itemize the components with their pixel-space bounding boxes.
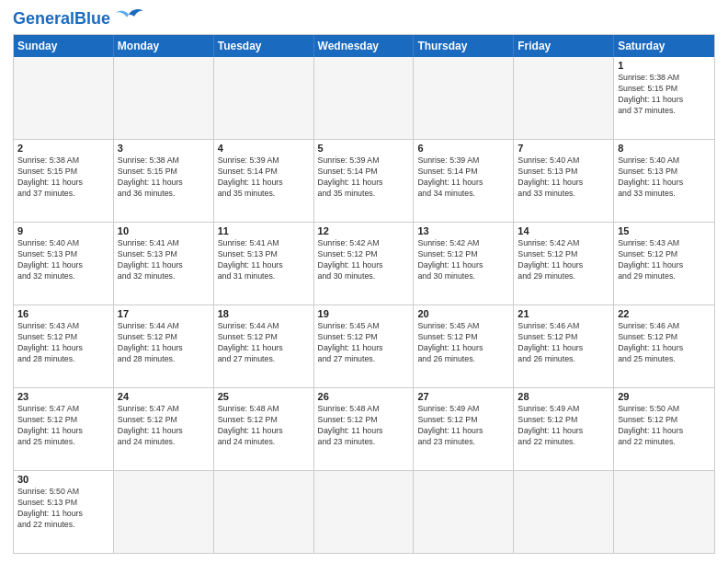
week-row-4: 16Sunrise: 5:43 AM Sunset: 5:12 PM Dayli… bbox=[14, 304, 714, 387]
day-number: 3 bbox=[118, 143, 210, 154]
cal-cell-5-4 bbox=[414, 471, 514, 553]
day-info: Sunrise: 5:41 AM Sunset: 5:13 PM Dayligh… bbox=[218, 238, 310, 282]
page: GeneralBlue Sunday Monday Tuesday Wednes… bbox=[0, 0, 728, 563]
day-number: 14 bbox=[518, 225, 609, 236]
cal-cell-5-1 bbox=[114, 471, 214, 553]
day-info: Sunrise: 5:43 AM Sunset: 5:12 PM Dayligh… bbox=[17, 321, 109, 365]
calendar-header: Sunday Monday Tuesday Wednesday Thursday… bbox=[14, 35, 714, 57]
cal-cell-0-0 bbox=[14, 57, 114, 139]
cal-cell-4-6: 29Sunrise: 5:50 AM Sunset: 5:12 PM Dayli… bbox=[614, 388, 714, 470]
cal-cell-0-4 bbox=[414, 57, 514, 139]
week-row-1: 1Sunrise: 5:38 AM Sunset: 5:15 PM Daylig… bbox=[14, 57, 714, 139]
cal-cell-5-3 bbox=[314, 471, 415, 553]
cal-cell-0-6: 1Sunrise: 5:38 AM Sunset: 5:15 PM Daylig… bbox=[614, 57, 714, 139]
header-wednesday: Wednesday bbox=[314, 35, 415, 57]
day-number: 17 bbox=[118, 308, 210, 319]
day-number: 2 bbox=[17, 143, 109, 154]
day-info: Sunrise: 5:47 AM Sunset: 5:12 PM Dayligh… bbox=[118, 404, 210, 448]
day-number: 11 bbox=[218, 225, 310, 236]
cal-cell-5-0: 30Sunrise: 5:50 AM Sunset: 5:13 PM Dayli… bbox=[14, 471, 114, 553]
day-info: Sunrise: 5:45 AM Sunset: 5:12 PM Dayligh… bbox=[318, 321, 410, 365]
cal-cell-0-5 bbox=[514, 57, 614, 139]
cal-cell-3-1: 17Sunrise: 5:44 AM Sunset: 5:12 PM Dayli… bbox=[114, 305, 214, 387]
header-friday: Friday bbox=[514, 35, 614, 57]
day-number: 6 bbox=[417, 143, 509, 154]
day-info: Sunrise: 5:43 AM Sunset: 5:12 PM Dayligh… bbox=[618, 238, 711, 282]
day-info: Sunrise: 5:39 AM Sunset: 5:14 PM Dayligh… bbox=[318, 155, 410, 200]
day-info: Sunrise: 5:48 AM Sunset: 5:12 PM Dayligh… bbox=[218, 404, 310, 448]
day-info: Sunrise: 5:40 AM Sunset: 5:13 PM Dayligh… bbox=[17, 238, 109, 282]
day-number: 24 bbox=[118, 391, 210, 402]
day-info: Sunrise: 5:42 AM Sunset: 5:12 PM Dayligh… bbox=[318, 238, 410, 282]
cal-cell-4-0: 23Sunrise: 5:47 AM Sunset: 5:12 PM Dayli… bbox=[14, 388, 114, 470]
day-info: Sunrise: 5:45 AM Sunset: 5:12 PM Dayligh… bbox=[417, 321, 509, 365]
day-number: 23 bbox=[17, 391, 109, 402]
day-info: Sunrise: 5:46 AM Sunset: 5:12 PM Dayligh… bbox=[618, 321, 711, 365]
cal-cell-1-6: 8Sunrise: 5:40 AM Sunset: 5:13 PM Daylig… bbox=[614, 140, 714, 222]
day-info: Sunrise: 5:41 AM Sunset: 5:13 PM Dayligh… bbox=[118, 238, 210, 282]
cal-cell-4-2: 25Sunrise: 5:48 AM Sunset: 5:12 PM Dayli… bbox=[214, 388, 314, 470]
cal-cell-3-0: 16Sunrise: 5:43 AM Sunset: 5:12 PM Dayli… bbox=[14, 305, 114, 387]
day-info: Sunrise: 5:38 AM Sunset: 5:15 PM Dayligh… bbox=[618, 73, 711, 117]
day-number: 21 bbox=[518, 308, 609, 319]
header-monday: Monday bbox=[114, 35, 214, 57]
calendar: Sunday Monday Tuesday Wednesday Thursday… bbox=[13, 34, 715, 554]
day-info: Sunrise: 5:46 AM Sunset: 5:12 PM Dayligh… bbox=[518, 321, 609, 365]
calendar-body: 1Sunrise: 5:38 AM Sunset: 5:15 PM Daylig… bbox=[14, 57, 714, 553]
cal-cell-5-6 bbox=[614, 471, 714, 553]
cal-cell-2-1: 10Sunrise: 5:41 AM Sunset: 5:13 PM Dayli… bbox=[114, 223, 214, 304]
cal-cell-3-5: 21Sunrise: 5:46 AM Sunset: 5:12 PM Dayli… bbox=[514, 305, 614, 387]
cal-cell-2-5: 14Sunrise: 5:42 AM Sunset: 5:12 PM Dayli… bbox=[514, 223, 614, 304]
day-info: Sunrise: 5:44 AM Sunset: 5:12 PM Dayligh… bbox=[118, 321, 210, 365]
day-info: Sunrise: 5:42 AM Sunset: 5:12 PM Dayligh… bbox=[518, 238, 609, 282]
day-number: 30 bbox=[17, 474, 109, 485]
logo-general: General bbox=[13, 9, 74, 28]
cal-cell-0-1 bbox=[114, 57, 214, 139]
day-info: Sunrise: 5:47 AM Sunset: 5:12 PM Dayligh… bbox=[17, 404, 109, 448]
cal-cell-4-5: 28Sunrise: 5:49 AM Sunset: 5:12 PM Dayli… bbox=[514, 388, 614, 470]
cal-cell-0-2 bbox=[214, 57, 314, 139]
day-info: Sunrise: 5:40 AM Sunset: 5:13 PM Dayligh… bbox=[618, 155, 711, 200]
day-info: Sunrise: 5:38 AM Sunset: 5:15 PM Dayligh… bbox=[17, 155, 109, 200]
logo: GeneralBlue bbox=[13, 9, 145, 29]
cal-cell-3-3: 19Sunrise: 5:45 AM Sunset: 5:12 PM Dayli… bbox=[314, 305, 415, 387]
day-number: 19 bbox=[318, 308, 410, 319]
week-row-2: 2Sunrise: 5:38 AM Sunset: 5:15 PM Daylig… bbox=[14, 139, 714, 222]
day-info: Sunrise: 5:50 AM Sunset: 5:12 PM Dayligh… bbox=[618, 404, 711, 448]
day-number: 22 bbox=[618, 308, 711, 319]
header: GeneralBlue bbox=[13, 9, 715, 29]
cal-cell-4-4: 27Sunrise: 5:49 AM Sunset: 5:12 PM Dayli… bbox=[414, 388, 514, 470]
cal-cell-1-4: 6Sunrise: 5:39 AM Sunset: 5:14 PM Daylig… bbox=[414, 140, 514, 222]
day-number: 10 bbox=[118, 225, 210, 236]
week-row-3: 9Sunrise: 5:40 AM Sunset: 5:13 PM Daylig… bbox=[14, 222, 714, 304]
day-number: 8 bbox=[618, 143, 711, 154]
cal-cell-1-5: 7Sunrise: 5:40 AM Sunset: 5:13 PM Daylig… bbox=[514, 140, 614, 222]
day-info: Sunrise: 5:48 AM Sunset: 5:12 PM Dayligh… bbox=[318, 404, 410, 448]
logo-bird-icon bbox=[112, 6, 145, 26]
day-info: Sunrise: 5:39 AM Sunset: 5:14 PM Dayligh… bbox=[417, 155, 509, 200]
cal-cell-2-2: 11Sunrise: 5:41 AM Sunset: 5:13 PM Dayli… bbox=[214, 223, 314, 304]
cal-cell-4-1: 24Sunrise: 5:47 AM Sunset: 5:12 PM Dayli… bbox=[114, 388, 214, 470]
header-thursday: Thursday bbox=[414, 35, 514, 57]
day-number: 1 bbox=[618, 60, 711, 71]
cal-cell-5-5 bbox=[514, 471, 614, 553]
day-number: 26 bbox=[318, 391, 410, 402]
logo-blue: Blue bbox=[74, 9, 110, 28]
cal-cell-0-3 bbox=[314, 57, 415, 139]
cal-cell-1-1: 3Sunrise: 5:38 AM Sunset: 5:15 PM Daylig… bbox=[114, 140, 214, 222]
cal-cell-2-4: 13Sunrise: 5:42 AM Sunset: 5:12 PM Dayli… bbox=[414, 223, 514, 304]
cal-cell-1-0: 2Sunrise: 5:38 AM Sunset: 5:15 PM Daylig… bbox=[14, 140, 114, 222]
day-number: 28 bbox=[518, 391, 609, 402]
day-info: Sunrise: 5:50 AM Sunset: 5:13 PM Dayligh… bbox=[17, 487, 109, 531]
cal-cell-3-2: 18Sunrise: 5:44 AM Sunset: 5:12 PM Dayli… bbox=[214, 305, 314, 387]
cal-cell-1-3: 5Sunrise: 5:39 AM Sunset: 5:14 PM Daylig… bbox=[314, 140, 415, 222]
day-number: 4 bbox=[218, 143, 310, 154]
day-info: Sunrise: 5:44 AM Sunset: 5:12 PM Dayligh… bbox=[218, 321, 310, 365]
header-tuesday: Tuesday bbox=[214, 35, 314, 57]
day-number: 18 bbox=[218, 308, 310, 319]
logo-text: GeneralBlue bbox=[13, 9, 110, 29]
day-number: 20 bbox=[417, 308, 509, 319]
day-info: Sunrise: 5:49 AM Sunset: 5:12 PM Dayligh… bbox=[417, 404, 509, 448]
cal-cell-2-3: 12Sunrise: 5:42 AM Sunset: 5:12 PM Dayli… bbox=[314, 223, 415, 304]
day-number: 29 bbox=[618, 391, 711, 402]
